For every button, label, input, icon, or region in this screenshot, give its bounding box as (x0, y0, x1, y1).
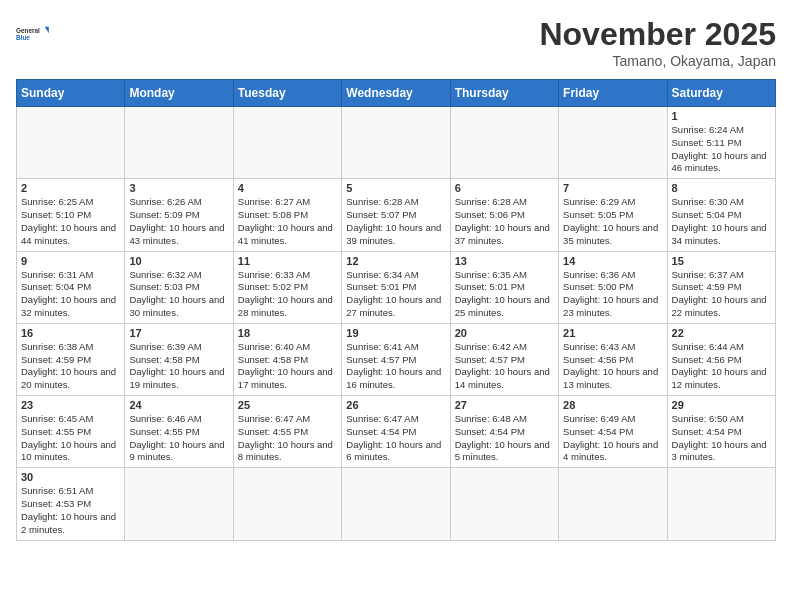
day-info: Sunrise: 6:44 AM Sunset: 4:56 PM Dayligh… (672, 341, 771, 392)
day-info: Sunrise: 6:49 AM Sunset: 4:54 PM Dayligh… (563, 413, 662, 464)
calendar-week-5: 23Sunrise: 6:45 AM Sunset: 4:55 PM Dayli… (17, 396, 776, 468)
calendar-cell: 14Sunrise: 6:36 AM Sunset: 5:00 PM Dayli… (559, 251, 667, 323)
day-number: 12 (346, 255, 445, 267)
calendar-table: SundayMondayTuesdayWednesdayThursdayFrid… (16, 79, 776, 541)
day-info: Sunrise: 6:47 AM Sunset: 4:54 PM Dayligh… (346, 413, 445, 464)
calendar-cell: 19Sunrise: 6:41 AM Sunset: 4:57 PM Dayli… (342, 323, 450, 395)
day-info: Sunrise: 6:36 AM Sunset: 5:00 PM Dayligh… (563, 269, 662, 320)
calendar-cell: 11Sunrise: 6:33 AM Sunset: 5:02 PM Dayli… (233, 251, 341, 323)
calendar-cell (125, 468, 233, 540)
day-info: Sunrise: 6:51 AM Sunset: 4:53 PM Dayligh… (21, 485, 120, 536)
day-number: 23 (21, 399, 120, 411)
day-info: Sunrise: 6:31 AM Sunset: 5:04 PM Dayligh… (21, 269, 120, 320)
day-number: 22 (672, 327, 771, 339)
svg-text:General: General (16, 27, 40, 34)
day-number: 26 (346, 399, 445, 411)
calendar-cell: 23Sunrise: 6:45 AM Sunset: 4:55 PM Dayli… (17, 396, 125, 468)
calendar-cell (125, 107, 233, 179)
day-info: Sunrise: 6:38 AM Sunset: 4:59 PM Dayligh… (21, 341, 120, 392)
day-info: Sunrise: 6:48 AM Sunset: 4:54 PM Dayligh… (455, 413, 554, 464)
calendar-week-4: 16Sunrise: 6:38 AM Sunset: 4:59 PM Dayli… (17, 323, 776, 395)
day-info: Sunrise: 6:26 AM Sunset: 5:09 PM Dayligh… (129, 196, 228, 247)
calendar-cell: 4Sunrise: 6:27 AM Sunset: 5:08 PM Daylig… (233, 179, 341, 251)
calendar-cell (667, 468, 775, 540)
day-number: 5 (346, 182, 445, 194)
weekday-header-wednesday: Wednesday (342, 80, 450, 107)
day-number: 4 (238, 182, 337, 194)
day-number: 14 (563, 255, 662, 267)
svg-marker-2 (45, 27, 49, 33)
day-info: Sunrise: 6:41 AM Sunset: 4:57 PM Dayligh… (346, 341, 445, 392)
calendar-cell: 28Sunrise: 6:49 AM Sunset: 4:54 PM Dayli… (559, 396, 667, 468)
day-info: Sunrise: 6:28 AM Sunset: 5:06 PM Dayligh… (455, 196, 554, 247)
page-header: GeneralBlue November 2025 Tamano, Okayam… (16, 16, 776, 69)
day-info: Sunrise: 6:28 AM Sunset: 5:07 PM Dayligh… (346, 196, 445, 247)
day-info: Sunrise: 6:39 AM Sunset: 4:58 PM Dayligh… (129, 341, 228, 392)
day-number: 3 (129, 182, 228, 194)
weekday-header-monday: Monday (125, 80, 233, 107)
day-info: Sunrise: 6:50 AM Sunset: 4:54 PM Dayligh… (672, 413, 771, 464)
day-info: Sunrise: 6:24 AM Sunset: 5:11 PM Dayligh… (672, 124, 771, 175)
day-info: Sunrise: 6:37 AM Sunset: 4:59 PM Dayligh… (672, 269, 771, 320)
calendar-cell: 13Sunrise: 6:35 AM Sunset: 5:01 PM Dayli… (450, 251, 558, 323)
weekday-header-sunday: Sunday (17, 80, 125, 107)
day-info: Sunrise: 6:29 AM Sunset: 5:05 PM Dayligh… (563, 196, 662, 247)
svg-text:Blue: Blue (16, 34, 30, 41)
calendar-cell: 16Sunrise: 6:38 AM Sunset: 4:59 PM Dayli… (17, 323, 125, 395)
calendar-cell: 17Sunrise: 6:39 AM Sunset: 4:58 PM Dayli… (125, 323, 233, 395)
logo-icon: GeneralBlue (16, 16, 52, 52)
month-title: November 2025 (539, 16, 776, 53)
day-number: 11 (238, 255, 337, 267)
day-number: 28 (563, 399, 662, 411)
calendar-cell: 7Sunrise: 6:29 AM Sunset: 5:05 PM Daylig… (559, 179, 667, 251)
day-info: Sunrise: 6:45 AM Sunset: 4:55 PM Dayligh… (21, 413, 120, 464)
day-info: Sunrise: 6:47 AM Sunset: 4:55 PM Dayligh… (238, 413, 337, 464)
calendar-cell: 9Sunrise: 6:31 AM Sunset: 5:04 PM Daylig… (17, 251, 125, 323)
day-number: 9 (21, 255, 120, 267)
calendar-cell (342, 107, 450, 179)
day-info: Sunrise: 6:40 AM Sunset: 4:58 PM Dayligh… (238, 341, 337, 392)
location: Tamano, Okayama, Japan (539, 53, 776, 69)
day-number: 6 (455, 182, 554, 194)
weekday-header-saturday: Saturday (667, 80, 775, 107)
calendar-week-3: 9Sunrise: 6:31 AM Sunset: 5:04 PM Daylig… (17, 251, 776, 323)
day-number: 18 (238, 327, 337, 339)
calendar-cell: 3Sunrise: 6:26 AM Sunset: 5:09 PM Daylig… (125, 179, 233, 251)
calendar-cell: 29Sunrise: 6:50 AM Sunset: 4:54 PM Dayli… (667, 396, 775, 468)
calendar-cell: 27Sunrise: 6:48 AM Sunset: 4:54 PM Dayli… (450, 396, 558, 468)
day-info: Sunrise: 6:35 AM Sunset: 5:01 PM Dayligh… (455, 269, 554, 320)
day-number: 25 (238, 399, 337, 411)
day-info: Sunrise: 6:34 AM Sunset: 5:01 PM Dayligh… (346, 269, 445, 320)
day-number: 15 (672, 255, 771, 267)
calendar-cell: 10Sunrise: 6:32 AM Sunset: 5:03 PM Dayli… (125, 251, 233, 323)
weekday-header-thursday: Thursday (450, 80, 558, 107)
day-number: 13 (455, 255, 554, 267)
calendar-cell (233, 107, 341, 179)
calendar-week-6: 30Sunrise: 6:51 AM Sunset: 4:53 PM Dayli… (17, 468, 776, 540)
day-info: Sunrise: 6:42 AM Sunset: 4:57 PM Dayligh… (455, 341, 554, 392)
day-number: 27 (455, 399, 554, 411)
calendar-cell: 30Sunrise: 6:51 AM Sunset: 4:53 PM Dayli… (17, 468, 125, 540)
day-number: 1 (672, 110, 771, 122)
calendar-cell (559, 107, 667, 179)
day-number: 29 (672, 399, 771, 411)
day-info: Sunrise: 6:30 AM Sunset: 5:04 PM Dayligh… (672, 196, 771, 247)
day-number: 7 (563, 182, 662, 194)
day-number: 16 (21, 327, 120, 339)
calendar-cell: 1Sunrise: 6:24 AM Sunset: 5:11 PM Daylig… (667, 107, 775, 179)
calendar-cell (450, 468, 558, 540)
calendar-cell (233, 468, 341, 540)
day-number: 8 (672, 182, 771, 194)
calendar-week-1: 1Sunrise: 6:24 AM Sunset: 5:11 PM Daylig… (17, 107, 776, 179)
calendar-cell: 5Sunrise: 6:28 AM Sunset: 5:07 PM Daylig… (342, 179, 450, 251)
day-info: Sunrise: 6:43 AM Sunset: 4:56 PM Dayligh… (563, 341, 662, 392)
day-info: Sunrise: 6:25 AM Sunset: 5:10 PM Dayligh… (21, 196, 120, 247)
day-number: 20 (455, 327, 554, 339)
day-number: 19 (346, 327, 445, 339)
calendar-cell (17, 107, 125, 179)
day-info: Sunrise: 6:33 AM Sunset: 5:02 PM Dayligh… (238, 269, 337, 320)
title-block: November 2025 Tamano, Okayama, Japan (539, 16, 776, 69)
calendar-cell: 2Sunrise: 6:25 AM Sunset: 5:10 PM Daylig… (17, 179, 125, 251)
day-number: 21 (563, 327, 662, 339)
calendar-cell: 6Sunrise: 6:28 AM Sunset: 5:06 PM Daylig… (450, 179, 558, 251)
